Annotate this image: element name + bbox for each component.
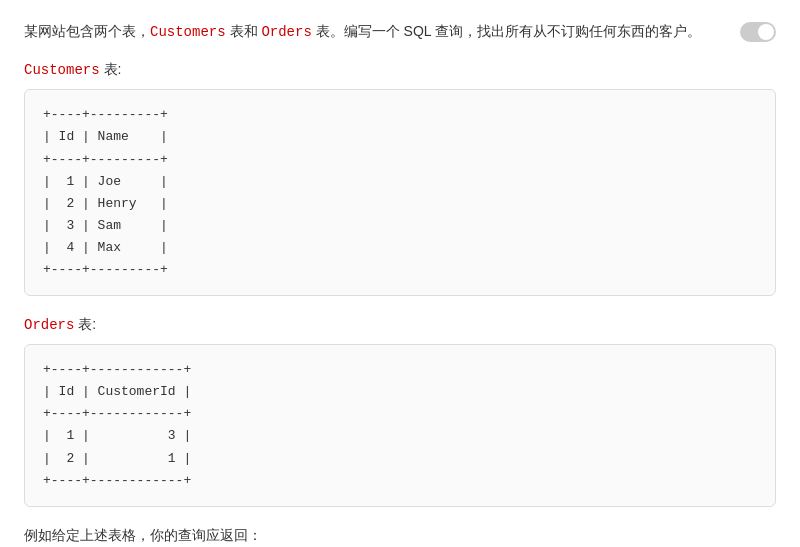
customers-table-content: +----+---------+ | Id | Name | +----+---… xyxy=(43,104,757,281)
intro-orders-keyword: Orders xyxy=(261,24,311,40)
customers-label: Customers xyxy=(24,62,100,78)
customers-table-box: +----+---------+ | Id | Name | +----+---… xyxy=(24,89,776,296)
intro-text: 某网站包含两个表，Customers 表和 Orders 表。编写一个 SQL … xyxy=(24,20,776,43)
orders-table-content: +----+------------+ | Id | CustomerId | … xyxy=(43,359,757,492)
orders-label: Orders xyxy=(24,317,74,333)
intro-text-middle1: 表和 xyxy=(226,23,262,39)
toggle-switch[interactable] xyxy=(740,22,776,42)
orders-table-box: +----+------------+ | Id | CustomerId | … xyxy=(24,344,776,507)
intro-text-before: 某网站包含两个表， xyxy=(24,23,150,39)
intro-customers-keyword: Customers xyxy=(150,24,226,40)
intro-text-middle2: 表。编写一个 SQL 查询，找出所有从不订购任何东西的客户。 xyxy=(312,23,701,39)
example-label: 例如给定上述表格，你的查询应返回： xyxy=(24,527,776,545)
orders-section-label: Orders 表: xyxy=(24,316,776,334)
customers-label-suffix: 表: xyxy=(100,61,122,77)
customers-section-label: Customers 表: xyxy=(24,61,776,79)
orders-label-suffix: 表: xyxy=(74,316,96,332)
